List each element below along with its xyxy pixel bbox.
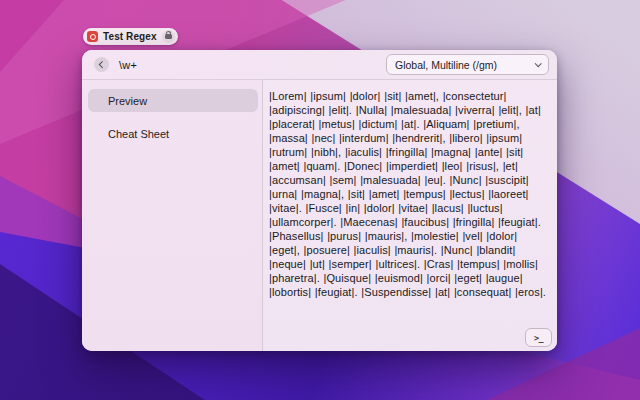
regex-tester-window: \w+ Global, Multiline (/gm) Preview Chea…	[82, 50, 557, 351]
sidebar-item-preview[interactable]: Preview	[88, 89, 258, 112]
sidebar-item-label: Preview	[108, 95, 147, 107]
preview-pane: |Lorem| |ipsum| |dolor| |sit| |amet|, |c…	[263, 80, 557, 351]
sidebar-item-label: Cheat Sheet	[108, 128, 169, 140]
window-body: Preview Cheat Sheet |Lorem| |ipsum| |dol…	[82, 80, 557, 351]
chevron-left-icon	[99, 61, 105, 67]
chevron-down-icon	[535, 60, 542, 67]
console-button[interactable]: >_	[525, 328, 552, 347]
record-app-icon	[87, 31, 98, 42]
tab-title: Test Regex	[103, 31, 157, 42]
back-button[interactable]	[94, 57, 109, 72]
flags-dropdown[interactable]: Global, Multiline (/gm)	[386, 54, 549, 75]
lock-button[interactable]	[162, 30, 175, 43]
flags-dropdown-value: Global, Multiline (/gm)	[395, 59, 497, 71]
toolbar: \w+ Global, Multiline (/gm)	[82, 50, 557, 80]
lock-icon	[165, 34, 172, 39]
sidebar: Preview Cheat Sheet	[82, 80, 263, 351]
regex-match-preview-text[interactable]: |Lorem| |ipsum| |dolor| |sit| |amet|, |c…	[263, 80, 557, 299]
terminal-prompt-icon: >_	[534, 333, 543, 343]
sidebar-item-cheat-sheet[interactable]: Cheat Sheet	[88, 122, 258, 145]
regex-pattern-field[interactable]: \w+	[119, 59, 137, 71]
test-regex-tab-pill[interactable]: Test Regex	[83, 28, 178, 45]
